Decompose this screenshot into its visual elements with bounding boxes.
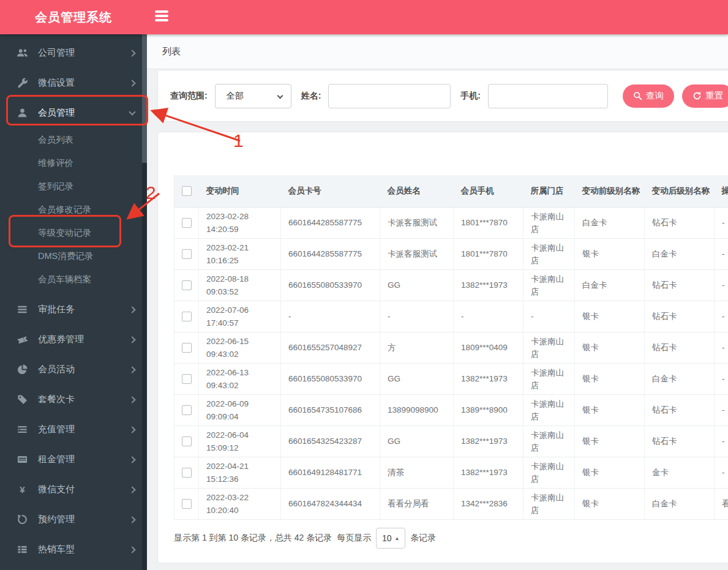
cell-store: - [523,301,575,332]
table-row: 2022-07-06 17:40:57 - - - - 银卡 钻石卡 - [174,301,728,332]
reset-button[interactable]: 重置 [682,84,728,108]
sidebar-item-recharge-mgmt[interactable]: 充值管理 [0,414,147,444]
phone-label: 手机: [460,91,481,102]
scope-select[interactable]: 全部 [215,84,291,108]
cell-operator: - [715,207,728,238]
cell-card-no: 6601644285587775 [281,238,380,269]
cell-member-name: 13899098900 [380,394,454,426]
pagination-bar: 显示第 1 到第 10 条记录，总共 42 条记录 每页显示 10 ▲ 条记录 [174,527,441,549]
sidebar-item-member-mgmt[interactable]: 会员管理 [0,98,147,128]
select-all-checkbox[interactable] [182,186,192,196]
cell-card-no: - [281,301,380,332]
cell-member-phone: 1389***8900 [454,394,523,426]
cell-card-no: 6601654735107686 [281,394,380,426]
cell-level-before: 银卡 [575,238,645,269]
cell-change-time: 2022-08-18 09:03:52 [199,269,281,301]
cell-operator: - [715,457,728,488]
query-button[interactable]: 查询 [623,84,674,108]
sidebar-subitem-repair-review[interactable]: 维修评价 [0,151,147,174]
bars-icon [16,304,28,316]
table-row: 2022-08-18 09:03:52 6601655080533970 GG … [174,269,728,301]
ticket-icon [16,334,28,346]
cell-change-time: 2022-06-09 09:09:04 [199,394,281,426]
sidebar-item-hot-models[interactable]: 热销车型 [0,534,147,564]
sidebar-item-package-cards[interactable]: 套餐次卡 [0,384,147,414]
sidebar-subitem-level-change-records[interactable]: 等级变动记录 [0,221,147,244]
row-checkbox[interactable] [182,280,192,290]
cell-level-before: 白金卡 [575,207,645,238]
col-card-no: 会员卡号 [281,175,380,207]
hamburger-menu-icon[interactable] [155,10,168,24]
sidebar-item-member-activities[interactable]: 会员活动 [0,354,147,384]
cell-member-name: 清茶 [380,457,454,488]
sidebar-item-coupon-mgmt[interactable]: 优惠券管理 [0,324,147,354]
cell-member-name: - [380,301,454,332]
sidebar-subitem-member-edit-records[interactable]: 会员修改记录 [0,198,147,221]
caret-up-icon: ▲ [395,536,400,541]
cell-card-no: 6601655257048927 [281,332,380,363]
row-checkbox[interactable] [182,468,192,478]
sidebar-scrollbar-track[interactable] [142,34,147,570]
sidebar-scrollbar-thumb[interactable] [142,34,147,163]
sidebar-subitem-checkin-records[interactable]: 签到记录 [0,174,147,198]
cell-change-time: 2022-07-06 17:40:57 [199,301,281,332]
row-checkbox[interactable] [182,405,192,415]
cell-member-phone: 1382***1973 [454,426,523,457]
cell-store: 卡派南山店 [523,269,575,301]
cell-member-name: GG [380,363,454,394]
row-checkbox[interactable] [182,343,192,353]
cell-store: 卡派南山店 [523,207,575,238]
cell-change-time: 2023-02-21 10:16:25 [199,238,281,269]
indent-list-icon [16,424,28,436]
sidebar-subitem-dms-consume-records[interactable]: DMS消费记录 [0,244,147,268]
col-store: 所属门店 [523,175,575,207]
cell-card-no: 6601655080533970 [281,363,380,394]
sidebar-item-rent-mgmt[interactable]: 租金管理 [0,444,147,474]
chevron-right-icon [129,546,135,553]
cell-operator: - [715,269,728,301]
row-checkbox[interactable] [182,249,192,259]
table-row: 2022-06-09 09:09:04 6601654735107686 138… [174,394,728,426]
chevron-down-icon [277,92,283,99]
cell-member-phone: - [454,301,523,332]
th-list-icon [16,544,28,556]
row-checkbox[interactable] [182,218,192,228]
cell-member-name: 方 [380,332,454,363]
table-row: 2023-02-21 10:16:25 6601644285587775 卡派客… [174,238,728,269]
cell-level-after: 白金卡 [645,488,715,519]
cell-change-time: 2022-06-13 09:43:02 [199,363,281,394]
row-checkbox[interactable] [182,499,192,509]
sidebar-subitem-member-vehicle-files[interactable]: 会员车辆档案 [0,268,147,291]
page-size-select[interactable]: 10 ▲ [376,528,405,549]
sidebar-item-reservation-mgmt[interactable]: 预约管理 [0,504,147,534]
cell-change-time: 2022-03-22 10:20:40 [199,488,281,519]
sidebar-item-company-mgmt[interactable]: 公司管理 [0,38,147,68]
name-input[interactable] [328,84,451,108]
sidebar-item-wechat-pay[interactable]: ¥ 微信支付 [0,474,147,504]
cell-level-after: 白金卡 [645,238,715,269]
cell-change-time: 2022-06-15 09:43:02 [199,332,281,363]
cell-level-after: 金卡 [645,457,715,488]
table-row: 2023-02-28 14:20:59 6601644285587775 卡派客… [174,207,728,238]
cell-store: 卡派南山店 [523,332,575,363]
row-checkbox[interactable] [182,437,192,446]
chevron-right-icon [129,306,135,313]
cell-level-before: 银卡 [575,301,645,332]
chevron-right-icon [129,336,135,343]
sidebar-item-wechat-settings[interactable]: 微信设置 [0,68,147,98]
phone-input[interactable] [488,84,608,108]
cell-level-before: 银卡 [575,426,645,457]
cell-card-no: 6601655080533970 [281,269,380,301]
wrench-icon [16,77,28,89]
refresh-icon [692,91,702,100]
cell-member-phone: 1382***1973 [454,457,523,488]
cell-operator: - [715,301,728,332]
sidebar-subitem-member-list[interactable]: 会员列表 [0,128,147,151]
chevron-right-icon [129,366,135,373]
sidebar-item-approval-tasks[interactable]: 审批任务 [0,294,147,324]
row-checkbox[interactable] [182,312,192,321]
cell-card-no: 6601647824344434 [281,488,380,519]
cell-card-no: 6601649128481771 [281,457,380,488]
row-checkbox[interactable] [182,374,192,384]
cell-level-before: 白金卡 [575,269,645,301]
